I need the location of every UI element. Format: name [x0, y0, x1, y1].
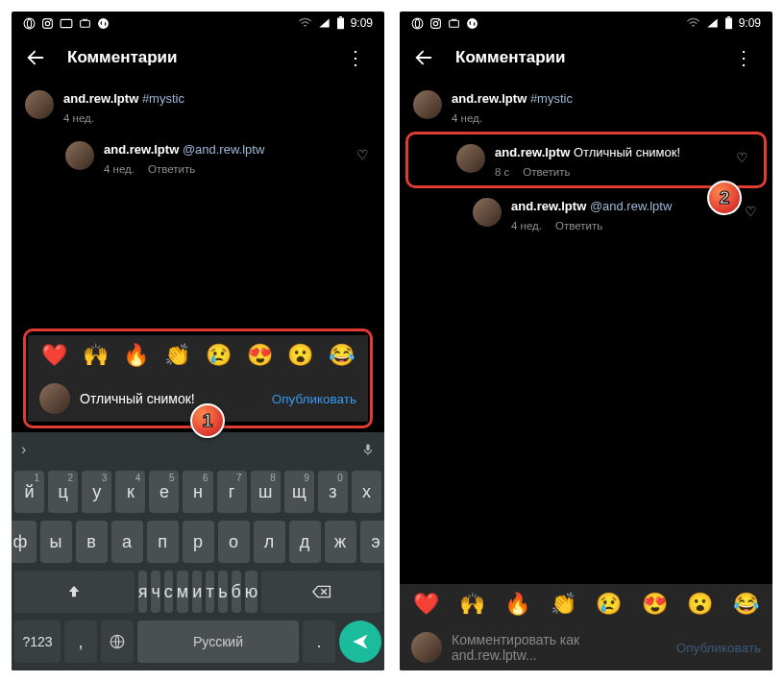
key-с[interactable]: с — [164, 571, 173, 613]
comment-mention[interactable]: @and.rew.lptw — [183, 142, 264, 157]
key-ш[interactable]: ш8 — [251, 471, 281, 513]
emoji-heart[interactable]: ❤️ — [41, 343, 67, 368]
emoji-laugh[interactable]: 😂 — [329, 343, 355, 368]
comment-meta: 8 с — [495, 165, 509, 181]
key-н[interactable]: н6 — [183, 471, 212, 513]
publish-button[interactable]: Опубликовать — [676, 641, 761, 655]
emoji-sad[interactable]: 😢 — [596, 592, 622, 617]
key-ь[interactable]: ь — [218, 571, 227, 613]
space-key[interactable]: Русский — [137, 621, 299, 663]
emoji-laugh[interactable]: 😂 — [733, 592, 759, 617]
key-щ[interactable]: щ9 — [284, 471, 314, 513]
emoji-fire[interactable]: 🔥 — [123, 343, 149, 368]
key-р[interactable]: р — [183, 521, 214, 563]
svg-point-3 — [45, 21, 49, 25]
post-username[interactable]: and.rew.lptw — [63, 91, 138, 106]
key-в[interactable]: в — [76, 521, 108, 563]
key-д[interactable]: д — [289, 521, 321, 563]
avatar[interactable] — [473, 198, 502, 227]
emoji-fire[interactable]: 🔥 — [504, 592, 530, 617]
page-title: Комментарии — [67, 48, 319, 67]
key-у[interactable]: у3 — [82, 471, 111, 513]
reply-button[interactable]: Ответить — [555, 219, 602, 234]
numeric-key[interactable]: ?123 — [14, 621, 61, 663]
comment-username[interactable]: and.rew.lptw — [104, 142, 179, 157]
globe-key[interactable] — [101, 621, 134, 663]
emoji-clap[interactable]: 👏 — [551, 592, 576, 617]
key-е[interactable]: е5 — [149, 471, 179, 513]
more-icon[interactable]: ⋮ — [728, 46, 759, 69]
like-icon[interactable]: ♡ — [745, 198, 759, 219]
mic-icon[interactable] — [361, 441, 375, 458]
key-я[interactable]: я — [138, 571, 148, 613]
opera-icon — [23, 17, 36, 30]
emoji-heart[interactable]: ❤️ — [413, 592, 439, 617]
key-ы[interactable]: ы — [40, 521, 72, 563]
key-а[interactable]: а — [111, 521, 143, 563]
comment-mention[interactable]: @and.rew.lptw — [590, 199, 672, 213]
back-icon[interactable] — [25, 47, 46, 68]
emoji-love[interactable]: 😍 — [247, 343, 273, 368]
send-key[interactable] — [339, 621, 381, 663]
key-х[interactable]: х — [352, 471, 381, 513]
post-username[interactable]: and.rew.lptw — [452, 91, 527, 106]
key-г[interactable]: г7 — [217, 471, 247, 513]
key-ц[interactable]: ц2 — [48, 471, 78, 513]
key-ч[interactable]: ч — [151, 571, 159, 613]
post-hashtag[interactable]: #mystic — [530, 91, 573, 106]
key-л[interactable]: л — [254, 521, 285, 563]
emoji-wow[interactable]: 😮 — [287, 343, 313, 368]
emoji-clap[interactable]: 👏 — [164, 343, 190, 368]
emoji-love[interactable]: 😍 — [642, 592, 668, 617]
publish-button[interactable]: Опубликовать — [272, 392, 356, 406]
key-э[interactable]: э — [360, 521, 385, 563]
header: Комментарии ⋮ — [12, 35, 384, 81]
comment-username[interactable]: and.rew.lptw — [495, 145, 570, 159]
like-icon[interactable]: ♡ — [736, 144, 750, 165]
svg-rect-19 — [725, 17, 732, 29]
comment-input[interactable]: Комментировать как and.rew.lptw... — [452, 632, 667, 663]
emoji-wow[interactable]: 😮 — [687, 592, 713, 617]
status-time: 9:09 — [351, 16, 373, 30]
key-м[interactable]: м — [177, 571, 188, 613]
comment-row: and.rew.lptw Отличный снимок! 8 с Ответи… — [443, 134, 764, 185]
period-key[interactable]: . — [303, 621, 335, 663]
key-ю[interactable]: ю — [245, 571, 258, 613]
key-й[interactable]: й1 — [14, 471, 44, 513]
key-т[interactable]: т — [206, 571, 214, 613]
svg-rect-17 — [450, 20, 459, 27]
reply-button[interactable]: Ответить — [523, 165, 570, 181]
reply-button[interactable]: Ответить — [148, 162, 195, 178]
more-icon[interactable]: ⋮ — [340, 46, 371, 69]
comment-input[interactable]: Отличный снимок! — [80, 391, 262, 406]
key-и[interactable]: и — [192, 571, 202, 613]
key-ж[interactable]: ж — [325, 521, 356, 563]
status-bar: 9:09 — [400, 12, 772, 35]
comma-key[interactable]: , — [64, 621, 97, 663]
key-ф[interactable]: ф — [12, 521, 37, 563]
key-з[interactable]: з0 — [318, 471, 348, 513]
key-б[interactable]: б — [232, 571, 241, 613]
avatar[interactable] — [25, 90, 54, 119]
avatar[interactable] — [65, 141, 94, 170]
like-icon[interactable]: ♡ — [356, 141, 371, 162]
shift-key[interactable] — [14, 571, 135, 613]
svg-rect-8 — [337, 17, 344, 29]
keyboard-toolbar: › — [12, 432, 384, 467]
emoji-sad[interactable]: 😢 — [206, 343, 232, 368]
backspace-key[interactable] — [261, 571, 381, 613]
back-icon[interactable] — [413, 47, 434, 68]
avatar[interactable] — [413, 90, 442, 119]
key-о[interactable]: о — [218, 521, 250, 563]
chevron-right-icon[interactable]: › — [21, 441, 26, 458]
emoji-hands[interactable]: 🙌 — [459, 592, 485, 617]
keyboard[interactable]: › й1ц2у3к4е5н6г7ш8щ9з0х фывапролджэ ячсм… — [12, 432, 384, 670]
comment-username[interactable]: and.rew.lptw — [511, 199, 586, 213]
avatar[interactable] — [456, 144, 485, 173]
key-п[interactable]: п — [147, 521, 179, 563]
post-hashtag[interactable]: #mystic — [142, 91, 184, 106]
key-к[interactable]: к4 — [115, 471, 145, 513]
svg-point-15 — [433, 21, 437, 25]
emoji-hands[interactable]: 🙌 — [83, 343, 109, 368]
svg-point-7 — [98, 18, 109, 29]
